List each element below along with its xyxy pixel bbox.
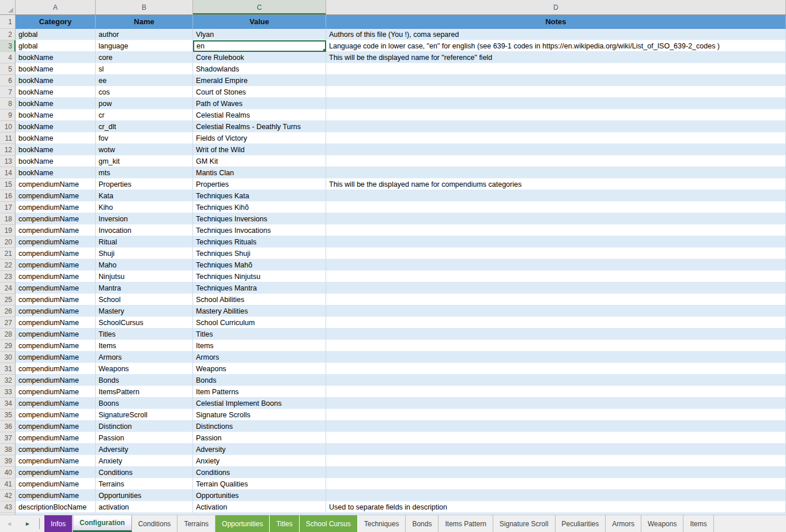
cell-value[interactable]: Techniques Kihõ [193, 202, 326, 213]
row-number[interactable]: 41 [0, 478, 16, 490]
column-header-B[interactable]: B [96, 0, 193, 14]
sheet-tab-items-pattern[interactable]: Items Pattern [439, 515, 493, 532]
row-number[interactable]: 32 [0, 375, 16, 386]
sheet-tab-configuration[interactable]: Configuration [73, 515, 132, 532]
cell-notes[interactable] [326, 478, 786, 490]
cell-name[interactable]: cos [96, 86, 193, 98]
sheet-tab-signature-scroll[interactable]: Signature Scroll [493, 515, 556, 532]
row-number[interactable]: 16 [0, 190, 16, 202]
cell-name[interactable]: core [96, 52, 193, 63]
cell-value[interactable]: Techniques Rituals [193, 236, 326, 248]
row-number[interactable]: 3 [0, 40, 16, 52]
row-number[interactable]: 21 [0, 248, 16, 259]
cell-category[interactable]: global [16, 40, 96, 52]
row-number[interactable]: 30 [0, 352, 16, 363]
sheet-tab-school-cursus[interactable]: School Cursus [300, 515, 358, 532]
cell-notes[interactable] [326, 398, 786, 409]
cell-category[interactable]: bookName [16, 133, 96, 144]
row-number[interactable]: 2 [0, 29, 16, 40]
cell-notes[interactable] [326, 63, 786, 75]
cell-notes[interactable] [326, 363, 786, 375]
cell-notes[interactable] [326, 421, 786, 432]
cell-category[interactable]: bookName [16, 110, 96, 121]
cell-value[interactable]: Vlyan [193, 29, 326, 40]
cell-category[interactable]: compendiumName [16, 329, 96, 340]
row-number[interactable]: 13 [0, 156, 16, 167]
row-number[interactable]: 34 [0, 398, 16, 409]
cell-category[interactable]: compendiumName [16, 398, 96, 409]
cell-notes[interactable] [326, 305, 786, 317]
cell-name[interactable]: mts [96, 167, 193, 179]
cell-category[interactable]: compendiumName [16, 455, 96, 467]
cell-notes[interactable] [326, 271, 786, 282]
cell-value[interactable]: Emerald Empire [193, 75, 326, 86]
row-number[interactable]: 1 [0, 15, 16, 29]
cell-name[interactable]: author [96, 29, 193, 40]
cell-category[interactable]: compendiumName [16, 259, 96, 271]
cell-notes[interactable] [326, 455, 786, 467]
cell-name[interactable]: language [96, 40, 193, 52]
row-number[interactable]: 39 [0, 455, 16, 467]
cell-name[interactable]: Ninjutsu [96, 271, 193, 282]
cell-value[interactable]: Techniques Ninjutsu [193, 271, 326, 282]
cell-category[interactable]: compendiumName [16, 444, 96, 455]
cell-value[interactable]: GM Kit [193, 156, 326, 167]
cell-category[interactable]: compendiumName [16, 386, 96, 398]
cell-notes[interactable] [326, 190, 786, 202]
cell-value[interactable]: Titles [193, 329, 326, 340]
cell-name[interactable]: Opportunities [96, 490, 193, 501]
cell-value[interactable]: Techniques Mantra [193, 282, 326, 294]
prev-sheet-button[interactable]: ◄ [4, 515, 14, 532]
cell-category[interactable]: compendiumName [16, 202, 96, 213]
cell-name[interactable]: fov [96, 133, 193, 144]
cell-name[interactable]: wotw [96, 144, 193, 156]
cell-value[interactable]: Weapons [193, 363, 326, 375]
fill-handle[interactable] [323, 48, 326, 52]
column-header-A[interactable]: A [16, 0, 96, 14]
active-cell[interactable]: en [193, 40, 326, 52]
cell-name[interactable]: School [96, 294, 193, 305]
cell-category[interactable]: bookName [16, 167, 96, 179]
cell-name[interactable]: Properties [96, 179, 193, 190]
cell-category[interactable]: compendiumName [16, 340, 96, 352]
cell-notes[interactable]: Used to separate fields in description [326, 501, 786, 513]
sheet-tab-armors[interactable]: Armors [606, 515, 641, 532]
cell-value[interactable]: School Curriculum [193, 317, 326, 329]
cell-name[interactable]: Kata [96, 190, 193, 202]
cell-notes[interactable] [326, 110, 786, 121]
row-number[interactable]: 10 [0, 121, 16, 133]
sheet-tab-infos[interactable]: Infos [44, 515, 73, 532]
row-number[interactable]: 38 [0, 444, 16, 455]
cell-notes[interactable] [326, 490, 786, 501]
row-number[interactable]: 31 [0, 363, 16, 375]
cell-name[interactable]: Passion [96, 432, 193, 444]
cell-notes[interactable] [326, 409, 786, 421]
cell-notes[interactable] [326, 98, 786, 110]
column-header-D[interactable]: D [326, 0, 786, 14]
cell-category[interactable]: compendiumName [16, 248, 96, 259]
cell-value[interactable]: Armors [193, 352, 326, 363]
cell-category[interactable]: compendiumName [16, 294, 96, 305]
cell-notes[interactable]: This will be the displayed name for "ref… [326, 52, 786, 63]
select-all-corner[interactable] [0, 0, 16, 14]
cell-notes[interactable] [326, 259, 786, 271]
row-number[interactable]: 24 [0, 282, 16, 294]
cell-name[interactable]: SchoolCursus [96, 317, 193, 329]
cell-category[interactable]: compendiumName [16, 317, 96, 329]
cell-name[interactable]: Anxiety [96, 455, 193, 467]
row-number[interactable]: 42 [0, 490, 16, 501]
cell-value[interactable]: Techniques Invocations [193, 225, 326, 236]
cell-name[interactable]: Shuji [96, 248, 193, 259]
cell-notes[interactable] [326, 294, 786, 305]
cell-notes[interactable] [326, 340, 786, 352]
cell-value[interactable]: Passion [193, 432, 326, 444]
sheet-tab-titles[interactable]: Titles [270, 515, 299, 532]
cell-value[interactable]: Celestial Realms [193, 110, 326, 121]
cell-notes[interactable]: Language code in lower case, "en" for en… [326, 40, 786, 52]
row-number[interactable]: 17 [0, 202, 16, 213]
cell-category[interactable]: compendiumName [16, 409, 96, 421]
cell-notes[interactable] [326, 282, 786, 294]
cell-name[interactable]: ee [96, 75, 193, 86]
cell-notes[interactable]: This will be the displayed name for comp… [326, 179, 786, 190]
cell-value[interactable]: School Abilities [193, 294, 326, 305]
